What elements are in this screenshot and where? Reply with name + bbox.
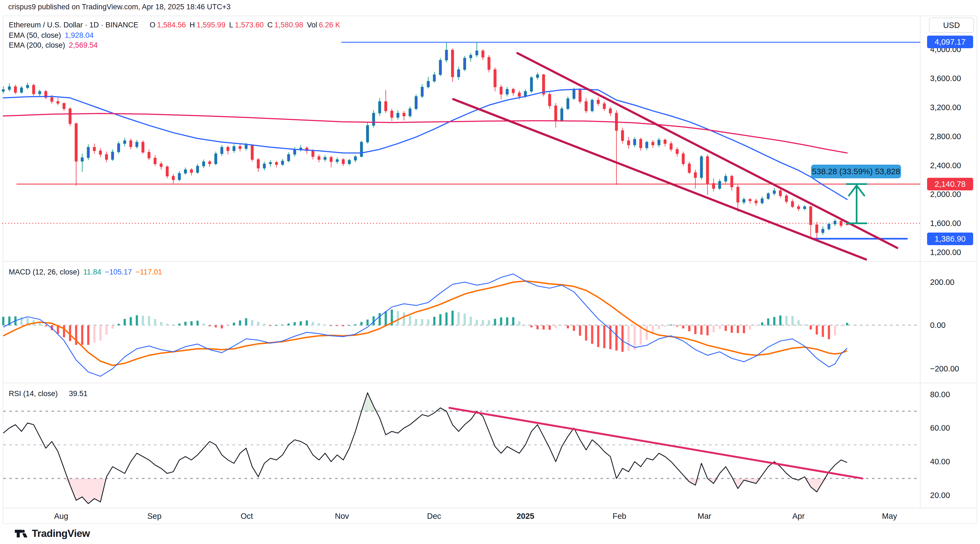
close-value: 1,580.98 [274, 21, 303, 29]
trend-line[interactable] [453, 99, 866, 259]
candle [421, 87, 423, 97]
candle [415, 97, 417, 109]
candle [324, 157, 326, 159]
candle [111, 152, 114, 159]
candle [433, 75, 436, 81]
candle [129, 141, 132, 146]
axis-price-label: 2,800.00 [930, 132, 961, 141]
candle [312, 151, 314, 157]
candle [366, 125, 369, 142]
axis-time-label: Dec [427, 512, 441, 521]
candle [609, 109, 612, 113]
trend-line[interactable] [517, 53, 897, 248]
candle [32, 85, 35, 94]
candle [263, 164, 266, 168]
candle [287, 154, 290, 161]
candle [269, 162, 272, 164]
candle [445, 50, 448, 60]
candle [591, 100, 593, 111]
candle [451, 50, 454, 77]
candle [670, 144, 672, 149]
candle [190, 170, 193, 173]
axis-time-label: Mar [698, 512, 711, 521]
open-label: O [150, 21, 156, 29]
axis-price-label: 20.00 [930, 491, 950, 500]
candle [379, 102, 381, 113]
price-level-chip: 1,386.90 [927, 233, 973, 245]
candle [439, 60, 442, 75]
candle [251, 145, 253, 159]
candle [713, 184, 715, 189]
candle [469, 55, 472, 58]
candle [821, 229, 824, 233]
ema200-legend: EMA (200, close) 2,569.54 [9, 41, 99, 49]
macd-hist-value: 11.84 [83, 268, 102, 276]
candle [75, 124, 77, 161]
symbol-legend: Ethereum / U.S. Dollar · 1D · BINANCE O1… [9, 21, 342, 29]
tradingview-logo-text: TradingView [32, 528, 90, 539]
low-label: L [229, 21, 233, 29]
axis-price-label: −200.00 [930, 364, 959, 373]
axis-time-label: Sep [147, 512, 162, 521]
candle [81, 158, 83, 161]
candle [2, 90, 5, 92]
candle [749, 200, 751, 201]
axis-price-label: 3,600.00 [930, 74, 961, 83]
candle [512, 89, 514, 93]
axis-time-label: Feb [612, 512, 626, 521]
candle [476, 51, 478, 55]
candle [99, 151, 102, 154]
candle [724, 176, 727, 181]
candle [597, 100, 600, 103]
candle [245, 145, 247, 149]
candle [463, 58, 466, 70]
candle [761, 198, 764, 203]
tradingview-logo[interactable]: TradingView [14, 527, 90, 540]
candle [579, 89, 581, 102]
candle [117, 144, 120, 152]
axis-price-label: 2,400.00 [930, 161, 961, 170]
candle [573, 89, 575, 98]
candle [160, 164, 162, 167]
candle [730, 176, 733, 187]
rsi-legend: RSI (14, close) 39.51 [9, 390, 89, 398]
candle [166, 167, 169, 176]
axis-time-label: May [882, 512, 897, 521]
candle [8, 87, 11, 90]
candle [154, 158, 156, 164]
axis-time-label: Apr [792, 512, 805, 521]
rsi-trend-line[interactable] [449, 408, 862, 479]
page: { "attribution": "crispus9 published on … [0, 0, 980, 544]
candle [676, 149, 678, 154]
close-label: C [267, 21, 273, 29]
ema50-label: EMA (50, close) [9, 31, 61, 40]
candle [646, 142, 648, 148]
candle [779, 190, 781, 196]
candle [803, 206, 806, 209]
currency-toggle-button[interactable]: USD [929, 17, 974, 33]
candle [585, 102, 587, 111]
candle [26, 85, 29, 88]
candle [810, 206, 812, 225]
macd-line-value: −105.17 [105, 268, 132, 276]
candle [567, 98, 569, 109]
candle [658, 140, 660, 145]
measure-arrow[interactable] [847, 184, 867, 223]
axis-price-label: 0.00 [930, 321, 945, 330]
axis-price-label: 80.00 [930, 390, 950, 399]
candle [87, 147, 89, 157]
candle [785, 196, 788, 201]
high-value: 1,595.99 [197, 21, 225, 29]
candle [397, 113, 399, 117]
open-value: 1,584.56 [157, 21, 186, 29]
axis-price-label: 40.00 [930, 457, 950, 466]
candle [718, 181, 721, 189]
candle [215, 154, 217, 164]
axis-time-label: 2025 [517, 512, 535, 521]
candle [14, 87, 17, 92]
candle [494, 70, 496, 87]
tradingview-logo-icon [14, 527, 27, 540]
high-label: H [189, 21, 195, 29]
candle [518, 93, 520, 97]
candle [560, 109, 563, 120]
